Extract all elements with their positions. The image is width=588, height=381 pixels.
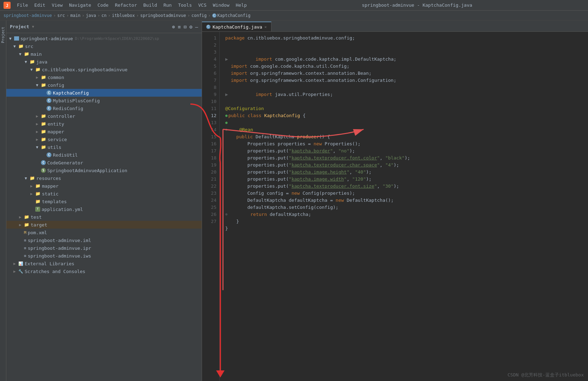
breadcrumb-item-springbootadminvue[interactable]: springbootadminvue	[140, 13, 186, 18]
arrow-icon: ▼	[9, 36, 13, 41]
java-class-icon: C	[41, 160, 46, 165]
menu-run[interactable]: Run	[161, 2, 174, 8]
line-number: 6	[202, 70, 216, 77]
tab-close-button[interactable]: ✕	[264, 25, 267, 29]
close-icon[interactable]: —	[195, 24, 198, 30]
tree-item-resources-mapper[interactable]: ▶ 📁 mapper	[6, 182, 202, 190]
menu-navigate[interactable]: Navigate	[66, 2, 94, 8]
line-number: 9	[202, 91, 216, 98]
tree-item-templates[interactable]: 📁 templates	[6, 198, 202, 205]
target-label: target	[31, 222, 47, 228]
tree-item-redisutil[interactable]: C RedisUtil	[6, 151, 202, 159]
line-numbers: 1 2 3 4 5 6 7 8 9 10 11 12 13 14 15 16 1…	[202, 32, 220, 381]
code-line-28: }	[225, 225, 582, 232]
mapper-label: mapper	[48, 129, 64, 134]
arrow-icon: ▶	[36, 137, 40, 142]
tree-item-root[interactable]: ▼ springboot-adminvue D:\ProgramWorkSpac…	[6, 35, 202, 42]
code-line-25: defaultKaptcha.setConfig(config);	[225, 204, 582, 211]
code-line-17: properties.put("kaptcha.border", "no");	[225, 147, 582, 155]
code-editor: 1 2 3 4 5 6 7 8 9 10 11 12 13 14 15 16 1…	[202, 32, 588, 381]
arrow-icon: ▶	[13, 261, 18, 266]
menu-vcs[interactable]: VCS	[195, 2, 209, 8]
config-label: config	[48, 83, 64, 88]
tree-item-kaptchaconfig[interactable]: C KaptchaConfig	[6, 89, 202, 97]
java-class-icon: C	[47, 106, 51, 111]
breadcrumb-item-config[interactable]: config	[191, 13, 207, 18]
java-class-icon: C	[47, 98, 51, 103]
menu-tools[interactable]: Tools	[175, 2, 195, 8]
menu-file[interactable]: File	[14, 2, 31, 8]
file-tree: ▼ springboot-adminvue D:\ProgramWorkSpac…	[6, 33, 202, 381]
tree-item-mybatisplusconfig[interactable]: C MybatisPlusConfig	[6, 97, 202, 104]
chevron-down-icon[interactable]: ▼	[32, 25, 34, 29]
tree-item-mapper[interactable]: ▶ 📁 mapper	[6, 128, 202, 135]
tree-item-external-libs[interactable]: ▶ 📊 External Libraries	[6, 260, 202, 267]
tree-item-test[interactable]: ▶ 📁 test	[6, 213, 202, 221]
tree-item-application-yml[interactable]: Y application.yml	[6, 205, 202, 213]
tree-item-java[interactable]: ▼ 📁 java	[6, 58, 202, 66]
code-line-6: import org.springframework.context.annot…	[225, 70, 582, 77]
breadcrumb-item-src[interactable]: src	[57, 13, 65, 18]
settings-icon[interactable]: ⚙	[189, 24, 192, 30]
title-bar: J File Edit View Navigate Code Refactor …	[0, 0, 588, 11]
locate-icon[interactable]: ⊕	[172, 24, 175, 30]
code-line-1: package cn.itbluebox.springbootadminvue.…	[225, 35, 582, 42]
breadcrumb-item-itbluebox[interactable]: itbluebox	[112, 13, 135, 18]
breadcrumb-item-root[interactable]: springboot-adminvue	[4, 13, 52, 18]
external-libs-label: External Libraries	[25, 261, 74, 266]
line-number: 16	[202, 140, 216, 147]
tree-item-config[interactable]: ▼ 📁 config	[6, 81, 202, 89]
tree-item-resources[interactable]: ▼ 📁 resources	[6, 174, 202, 182]
breadcrumb-item-cn[interactable]: cn	[102, 13, 106, 18]
tree-item-target[interactable]: ▶ 📁 target	[6, 221, 202, 229]
xml-icon: M	[24, 230, 26, 235]
tree-item-redisconfig[interactable]: C RedisConfig	[6, 104, 202, 112]
tree-item-ipr[interactable]: ≡ springboot-adminvue.ipr	[6, 244, 202, 252]
tree-item-common[interactable]: ▶ 📁 common	[6, 73, 202, 81]
tree-item-main[interactable]: ▼ 📁 main	[6, 50, 202, 58]
menu-window[interactable]: Window	[210, 2, 232, 8]
tree-item-iml[interactable]: ≡ springboot-adminvue.iml	[6, 236, 202, 244]
code-line-20: properties.put("kaptcha.image.height", "…	[225, 169, 582, 176]
app-logo: J	[4, 2, 11, 9]
tree-item-scratches[interactable]: ▶ 🔧 Scratches and Consoles	[6, 267, 202, 275]
breadcrumb-item-kaptchaconfig[interactable]: CKaptchaConfig	[212, 13, 251, 18]
arrow-icon: ▶	[36, 75, 40, 80]
menu-build[interactable]: Build	[141, 2, 160, 8]
templates-label: templates	[42, 199, 67, 204]
arrow-icon: ▼	[25, 60, 29, 64]
line-number: 21	[202, 176, 216, 183]
tree-item-iws[interactable]: ≡ springboot-adminvue.iws	[6, 252, 202, 260]
java-class-icon: C	[47, 152, 51, 157]
expand-icon[interactable]: ≡	[178, 24, 180, 30]
code-line-16: Properties properties = new Properties()…	[225, 140, 582, 147]
tree-item-pom-xml[interactable]: M pom.xml	[6, 229, 202, 236]
tree-item-service[interactable]: ▶ 📁 service	[6, 135, 202, 143]
line-number: 19	[202, 162, 216, 169]
tree-item-entity[interactable]: ▶ 📁 entity	[6, 120, 202, 128]
side-tab-project[interactable]: Project	[0, 24, 6, 46]
line-number: 15	[202, 133, 216, 140]
tree-item-src[interactable]: ▼ 📁 src	[6, 42, 202, 50]
tree-item-cn-package[interactable]: ▼ 📁 cn.itbluebox.springbootadminvue	[6, 66, 202, 73]
menu-help[interactable]: Help	[233, 2, 250, 8]
editor-area: C KaptchaConfig.java ✕ 1 2 3 4 5 6 7 8 9…	[202, 20, 588, 381]
menu-refactor[interactable]: Refactor	[112, 2, 140, 8]
menu-code[interactable]: Code	[95, 2, 111, 8]
menu-view[interactable]: View	[49, 2, 66, 8]
editor-tab-kaptchaconfig[interactable]: C KaptchaConfig.java ✕	[202, 22, 271, 31]
line-number: 13	[202, 119, 216, 126]
menu-edit[interactable]: Edit	[31, 2, 48, 8]
code-line-3	[225, 49, 582, 56]
collapse-icon[interactable]: ⊟	[184, 24, 186, 30]
tree-item-controller[interactable]: ▶ 📁 controller	[6, 112, 202, 120]
breadcrumb-item-java[interactable]: java	[86, 13, 96, 18]
java-class-icon: C	[47, 90, 51, 95]
tree-item-codegenerator[interactable]: C CodeGenerator	[6, 159, 202, 167]
tree-item-static[interactable]: ▶ 📁 static	[6, 190, 202, 198]
breadcrumb-item-main[interactable]: main	[70, 13, 80, 18]
tree-item-application[interactable]: S SpringbootAdminvueApplication	[6, 167, 202, 174]
code-content[interactable]: package cn.itbluebox.springbootadminvue.…	[220, 32, 588, 381]
arrow-icon: ▼	[25, 176, 29, 181]
tree-item-utils[interactable]: ▼ 📁 utils	[6, 143, 202, 151]
